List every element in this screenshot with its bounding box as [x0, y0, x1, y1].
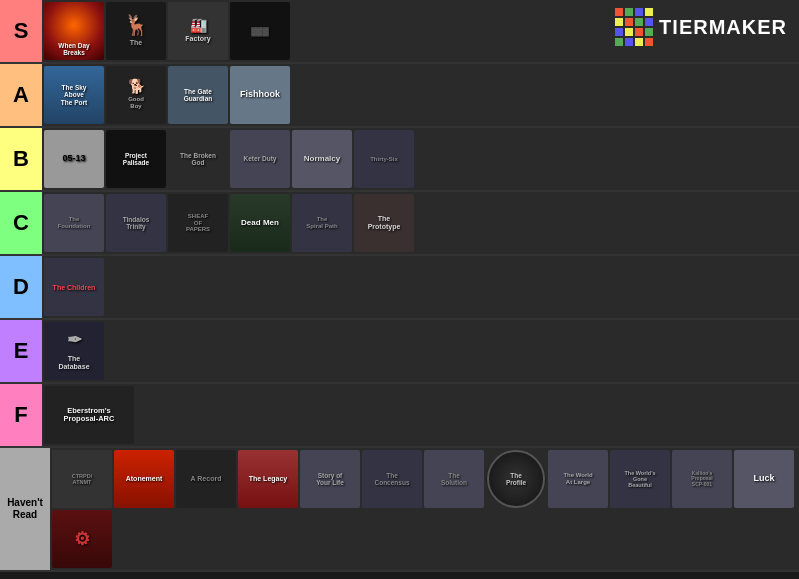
- list-item[interactable]: TheSpiral Path: [292, 194, 352, 252]
- tier-items-e: ✒ TheDatabase: [42, 320, 799, 382]
- list-item[interactable]: TheFoundation: [44, 194, 104, 252]
- list-item[interactable]: The BrokenGod: [168, 130, 228, 188]
- list-item[interactable]: 🐕 GoodBoy: [106, 66, 166, 124]
- list-item[interactable]: When DayBreaks: [44, 2, 104, 60]
- list-item[interactable]: The WorldAt Large: [548, 450, 608, 508]
- tier-label-c: C: [0, 192, 42, 254]
- tiermaker-logo: TiERMAKER: [615, 8, 787, 46]
- list-item[interactable]: The GateGuardian: [168, 66, 228, 124]
- list-item[interactable]: 🦌 The: [106, 2, 166, 60]
- list-item[interactable]: SHEAFOFPAPERS: [168, 194, 228, 252]
- list-item[interactable]: The Legacy: [238, 450, 298, 508]
- list-item[interactable]: The SkyAboveThe Port: [44, 66, 104, 124]
- list-item[interactable]: ProjectPalisade: [106, 130, 166, 188]
- list-item[interactable]: Kallion'sProposalSCP-001: [672, 450, 732, 508]
- list-item[interactable]: The Children: [44, 258, 104, 316]
- list-item[interactable]: A Record: [176, 450, 236, 508]
- list-item[interactable]: 05-13: [44, 130, 104, 188]
- tier-label-a: A: [0, 64, 42, 126]
- tiermaker-text: TiERMAKER: [659, 16, 787, 39]
- list-item[interactable]: ⚙: [52, 510, 112, 568]
- list-item[interactable]: ✒ TheDatabase: [44, 322, 104, 380]
- list-item[interactable]: 🏭 Factory: [168, 2, 228, 60]
- tiermaker-grid-icon: [615, 8, 653, 46]
- list-item[interactable]: Luck: [734, 450, 794, 508]
- list-item[interactable]: Fishhook: [230, 66, 290, 124]
- page-title: SCP-001 Proposal tier list: [0, 572, 799, 579]
- list-item[interactable]: Dead Men: [230, 194, 290, 252]
- tier-row-havent-read: Haven'tRead CTRPD/ATNMT Atonement A Reco…: [0, 448, 799, 572]
- tier-row-b: B 05-13 ProjectPalisade The BrokenGod Ke…: [0, 128, 799, 192]
- tier-label-f: F: [0, 384, 42, 446]
- tier-row-e: E ✒ TheDatabase: [0, 320, 799, 384]
- list-item[interactable]: Keter Duty: [230, 130, 290, 188]
- tier-row-a: A The SkyAboveThe Port 🐕 GoodBoy The Gat…: [0, 64, 799, 128]
- list-item[interactable]: Atonement: [114, 450, 174, 508]
- list-item[interactable]: Normalcy: [292, 130, 352, 188]
- tier-items-a: The SkyAboveThe Port 🐕 GoodBoy The GateG…: [42, 64, 799, 126]
- tier-label-e: E: [0, 320, 42, 382]
- list-item[interactable]: TheSolution: [424, 450, 484, 508]
- list-item[interactable]: CTRPD/ATNMT: [52, 450, 112, 508]
- list-item[interactable]: ThePrototype: [354, 194, 414, 252]
- tier-label-d: D: [0, 256, 42, 318]
- tier-row-d: D The Children: [0, 256, 799, 320]
- tier-items-b: 05-13 ProjectPalisade The BrokenGod Kete…: [42, 128, 799, 190]
- tier-label-s: S: [0, 0, 42, 62]
- list-item[interactable]: ▓▓▓: [230, 2, 290, 60]
- tier-row-f: F Eberstrom'sProposal-ARC: [0, 384, 799, 448]
- list-item[interactable]: Eberstrom'sProposal-ARC: [44, 386, 134, 444]
- tier-label-b: B: [0, 128, 42, 190]
- tier-row-c: C TheFoundation TindalosTrinity SHEAFOFP…: [0, 192, 799, 256]
- tier-items-c: TheFoundation TindalosTrinity SHEAFOFPAP…: [42, 192, 799, 254]
- tier-label-havent-read: Haven'tRead: [0, 448, 50, 570]
- tier-list-wrapper: TiERMAKER S When DayBreaks 🦌 The: [0, 0, 799, 579]
- tier-items-f: Eberstrom'sProposal-ARC: [42, 384, 799, 446]
- list-item[interactable]: Story ofYour Life: [300, 450, 360, 508]
- tier-items-d: The Children: [42, 256, 799, 318]
- list-item[interactable]: Thirty-Six: [354, 130, 414, 188]
- list-item[interactable]: TheProfile: [486, 450, 546, 508]
- list-item[interactable]: The World'sGoneBeautiful: [610, 450, 670, 508]
- list-item[interactable]: TindalosTrinity: [106, 194, 166, 252]
- tier-items-havent-read: CTRPD/ATNMT Atonement A Record The Legac…: [50, 448, 799, 570]
- list-item[interactable]: TheConcensus: [362, 450, 422, 508]
